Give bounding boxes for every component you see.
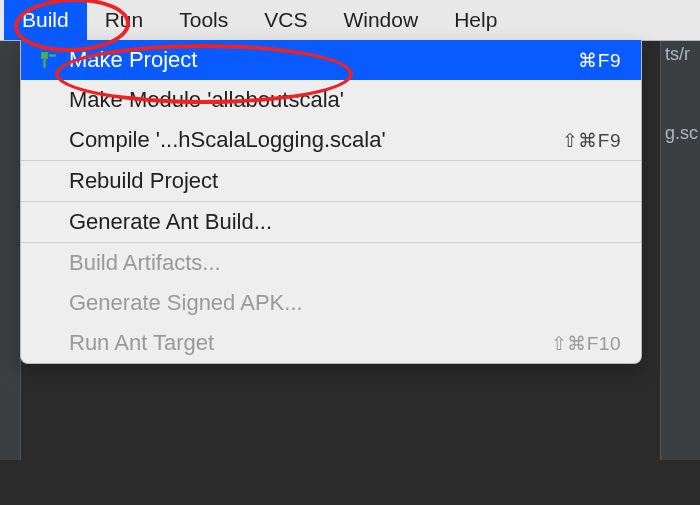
- menu-item-shortcut: ⇧⌘F10: [551, 332, 621, 355]
- svg-rect-2: [43, 59, 45, 68]
- menu-item-build-artifacts[interactable]: Build Artifacts...: [21, 243, 641, 283]
- editor-tabs-fragment: ts/r g.sc: [660, 40, 700, 505]
- menu-item-compile[interactable]: Compile '...hScalaLogging.scala' ⇧⌘F9: [21, 120, 641, 160]
- menu-item-label: Rebuild Project: [35, 168, 621, 194]
- menu-item-label: Compile '...hScalaLogging.scala': [35, 127, 562, 153]
- menu-vcs[interactable]: VCS: [246, 0, 325, 40]
- build-menu-dropdown: Make Project ⌘F9 Make Module 'allaboutsc…: [20, 40, 642, 364]
- menu-item-label: Generate Ant Build...: [35, 209, 621, 235]
- menu-help[interactable]: Help: [436, 0, 515, 40]
- menu-item-label: Generate Signed APK...: [35, 290, 621, 316]
- menu-item-label: Make Module 'allaboutscala': [35, 87, 621, 113]
- editor-frag-1: ts/r: [665, 44, 696, 65]
- menu-item-generate-signed-apk[interactable]: Generate Signed APK...: [21, 283, 641, 323]
- build-hammer-icon: [35, 51, 63, 69]
- menu-item-make-module[interactable]: Make Module 'allaboutscala': [21, 80, 641, 120]
- menu-item-shortcut: ⌘F9: [578, 49, 621, 72]
- svg-rect-1: [49, 54, 56, 56]
- menu-item-generate-ant-build[interactable]: Generate Ant Build...: [21, 202, 641, 242]
- menu-run[interactable]: Run: [87, 0, 162, 40]
- menubar: Build Run Tools VCS Window Help: [0, 0, 700, 41]
- menu-item-label: Run Ant Target: [35, 330, 551, 356]
- menu-window[interactable]: Window: [325, 0, 436, 40]
- menu-tools[interactable]: Tools: [161, 0, 246, 40]
- svg-rect-0: [41, 52, 48, 59]
- menu-item-rebuild-project[interactable]: Rebuild Project: [21, 161, 641, 201]
- menu-item-run-ant-target[interactable]: Run Ant Target ⇧⌘F10: [21, 323, 641, 363]
- menu-item-shortcut: ⇧⌘F9: [562, 129, 621, 152]
- menu-item-label: Make Project: [63, 47, 578, 73]
- editor-area: [0, 460, 700, 505]
- menu-item-make-project[interactable]: Make Project ⌘F9: [21, 40, 641, 80]
- menu-item-label: Build Artifacts...: [35, 250, 621, 276]
- editor-gutter: [0, 40, 21, 505]
- menu-build[interactable]: Build: [4, 0, 87, 40]
- editor-frag-2: g.sc: [665, 123, 696, 144]
